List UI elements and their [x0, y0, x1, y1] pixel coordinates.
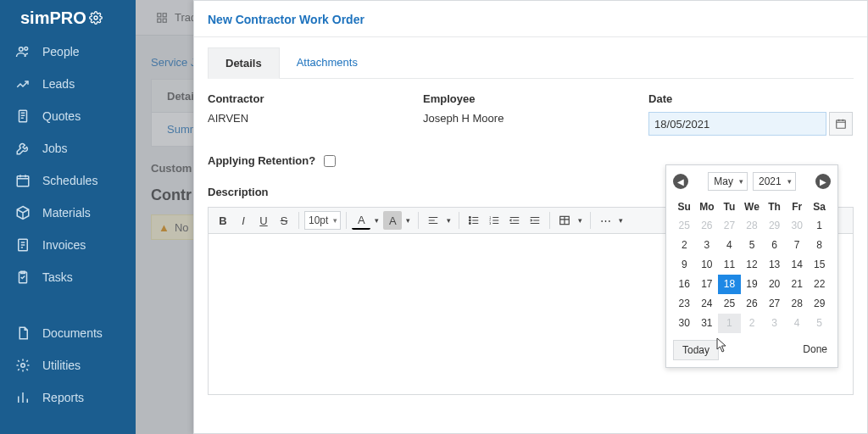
dp-day[interactable]: 4	[718, 236, 741, 255]
dp-day[interactable]: 21	[786, 275, 809, 294]
dp-day[interactable]: 27	[763, 294, 786, 314]
svg-text:3: 3	[490, 222, 492, 225]
year-select[interactable]: 2021	[753, 172, 796, 191]
dp-day[interactable]: 5	[808, 314, 831, 333]
dp-day[interactable]: 3	[696, 236, 719, 255]
bold-button[interactable]: B	[214, 211, 232, 230]
dp-dow: Su	[673, 198, 696, 216]
align-chevron-icon[interactable]: ▾	[444, 211, 453, 230]
dp-day[interactable]: 25	[718, 294, 741, 314]
dp-day[interactable]: 8	[808, 236, 831, 255]
dp-day[interactable]: 10	[696, 255, 719, 275]
dp-day[interactable]: 30	[786, 216, 809, 236]
dp-day[interactable]: 20	[763, 275, 786, 294]
bg-color-button[interactable]: A	[383, 211, 402, 230]
bullet-list-button[interactable]	[465, 211, 483, 230]
table-chevron-icon[interactable]: ▾	[576, 211, 585, 230]
dp-day[interactable]: 12	[741, 255, 764, 275]
dp-day[interactable]: 1	[808, 216, 831, 236]
materials-icon	[14, 203, 32, 222]
dp-day[interactable]: 17	[696, 275, 719, 294]
sidebar-item-invoices[interactable]: Invoices	[0, 229, 136, 261]
align-button[interactable]	[424, 211, 442, 230]
dp-day[interactable]: 30	[673, 314, 696, 333]
numbered-list-button[interactable]: 123	[485, 211, 504, 230]
sidebar-item-people[interactable]: People	[0, 36, 136, 68]
sidebar-item-reports[interactable]: Reports	[0, 381, 136, 414]
sidebar-item-tasks[interactable]: Tasks	[0, 261, 136, 293]
font-color-chevron-icon[interactable]: ▾	[372, 211, 381, 230]
dp-day[interactable]: 13	[763, 255, 786, 275]
underline-button[interactable]: U	[254, 211, 273, 230]
dp-day[interactable]: 24	[696, 294, 719, 314]
dp-day[interactable]: 6	[763, 236, 786, 255]
svg-point-15	[470, 223, 471, 225]
applying-retention-label: Applying Retention?	[208, 154, 315, 167]
dp-day[interactable]: 25	[673, 216, 696, 236]
sidebar-item-leads[interactable]: Leads	[0, 68, 136, 100]
gear-icon	[89, 11, 103, 25]
dp-day[interactable]: 26	[741, 294, 764, 314]
dp-day[interactable]: 23	[673, 294, 696, 314]
dp-day[interactable]: 2	[673, 236, 696, 255]
strikethrough-button[interactable]: S	[275, 211, 293, 230]
bg-color-chevron-icon[interactable]: ▾	[403, 211, 413, 230]
tab-attachments[interactable]: Attachments	[280, 47, 375, 78]
sidebar-item-materials[interactable]: Materials	[0, 197, 136, 229]
sidebar-item-label: Utilities	[42, 359, 81, 372]
dp-day[interactable]: 11	[718, 255, 741, 275]
svg-point-2	[25, 47, 28, 50]
dp-day[interactable]: 14	[786, 255, 809, 275]
done-button[interactable]: Done	[799, 340, 831, 360]
sidebar-item-label: Materials	[42, 206, 91, 220]
sidebar-item-utilities[interactable]: Utilities	[0, 349, 136, 381]
dp-day[interactable]: 2	[741, 314, 764, 333]
font-size-select[interactable]: 10pt	[304, 211, 341, 230]
dp-day[interactable]: 7	[786, 236, 809, 255]
dp-day[interactable]: 26	[696, 216, 719, 236]
tab-details[interactable]: Details	[208, 47, 280, 79]
svg-point-0	[94, 16, 97, 19]
calendar-icon[interactable]	[829, 112, 853, 136]
dp-day[interactable]: 28	[741, 216, 764, 236]
dp-day[interactable]: 29	[808, 294, 831, 314]
svg-rect-12	[836, 120, 845, 128]
sidebar-item-schedules[interactable]: Schedules	[0, 164, 136, 197]
dp-day[interactable]: 9	[673, 255, 696, 275]
table-button[interactable]	[555, 211, 574, 230]
contractor-value: AIRVEN	[208, 112, 423, 125]
dp-day[interactable]: 22	[808, 275, 831, 294]
more-button[interactable]: ⋯	[596, 211, 615, 230]
dp-day[interactable]: 5	[741, 236, 764, 255]
dp-day[interactable]: 18	[718, 275, 741, 294]
dp-day[interactable]: 28	[786, 294, 809, 314]
prev-month-button[interactable]: ◀	[673, 174, 688, 189]
next-month-button[interactable]: ▶	[815, 174, 831, 189]
italic-button[interactable]: I	[234, 211, 253, 230]
sidebar-item-label: Tasks	[42, 270, 73, 284]
dp-day[interactable]: 4	[786, 314, 809, 333]
dp-day[interactable]: 19	[741, 275, 764, 294]
sidebar-item-documents[interactable]: Documents	[0, 317, 136, 349]
sidebar-item-jobs[interactable]: Jobs	[0, 132, 136, 164]
brand-name: simPRO	[20, 8, 86, 28]
datepicker: ◀ May 2021 ▶ SuMoTuWeThFrSa2526272829301…	[665, 164, 838, 368]
outdent-button[interactable]	[505, 211, 524, 230]
applying-retention-checkbox[interactable]	[324, 155, 336, 167]
dp-day[interactable]: 1	[718, 314, 741, 333]
dp-dow: Tu	[718, 198, 741, 216]
dp-day[interactable]: 27	[718, 216, 741, 236]
dp-day[interactable]: 15	[808, 255, 831, 275]
indent-button[interactable]	[526, 211, 544, 230]
more-chevron-icon[interactable]: ▾	[616, 211, 626, 230]
dp-day[interactable]: 3	[763, 314, 786, 333]
sidebar-item-quotes[interactable]: Quotes	[0, 100, 136, 132]
today-button[interactable]: Today	[673, 340, 719, 360]
month-select[interactable]: May	[708, 172, 748, 191]
dp-day[interactable]: 31	[696, 314, 719, 333]
date-input[interactable]	[648, 112, 826, 136]
dp-day[interactable]: 16	[673, 275, 696, 294]
dp-day[interactable]: 29	[763, 216, 786, 236]
font-color-button[interactable]: A	[352, 211, 370, 230]
svg-rect-4	[17, 176, 29, 186]
